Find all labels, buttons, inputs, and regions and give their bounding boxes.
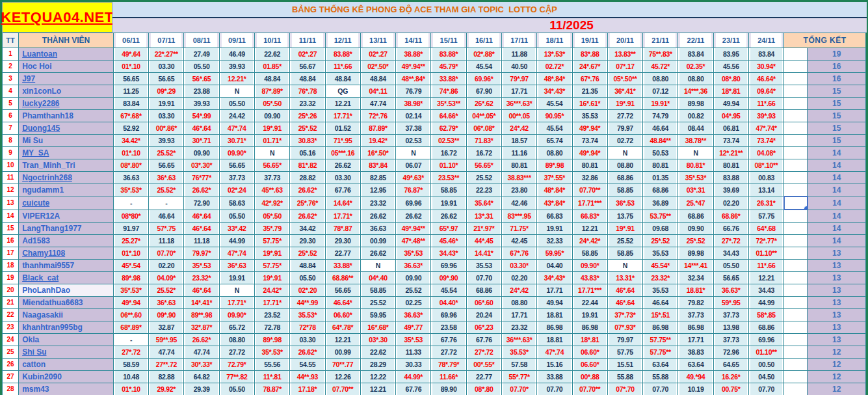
row-number: 25 xyxy=(3,346,19,359)
month-label: 11/2025 xyxy=(549,18,594,33)
score-cell: 12.21 xyxy=(572,223,607,235)
row-number: 11 xyxy=(3,172,19,184)
column-header-date: 22/11 xyxy=(678,33,713,48)
total-cell: 13 xyxy=(808,334,866,346)
score-cell: 36*.63 xyxy=(149,172,184,184)
member-cell: Hoc Hoi xyxy=(19,61,114,73)
score-cell: 01.35 xyxy=(643,172,678,184)
score-cell: 87*.89* xyxy=(255,85,290,98)
score-cell: 89*.98 xyxy=(113,272,148,284)
spacer-cell xyxy=(784,223,808,235)
score-cell: 04.40* xyxy=(431,297,466,309)
selected-cell[interactable] xyxy=(784,197,808,210)
score-cell: 12.21 xyxy=(325,334,360,346)
score-cell: 25.52* xyxy=(149,184,184,197)
score-cell: 35*.79 xyxy=(255,223,290,235)
score-cell: 74.79 xyxy=(643,110,678,122)
score-cell: 16.26* xyxy=(713,371,748,383)
score-cell: 58.85 xyxy=(607,247,642,260)
row-number: 24 xyxy=(3,334,19,346)
spacer-cell xyxy=(784,371,808,383)
score-cell: 09.90* xyxy=(219,309,254,321)
row-number: 20 xyxy=(3,284,19,297)
header-row: TTTHÀNH VIÊN06/1107/1108/1109/1110/1111/… xyxy=(3,33,866,48)
column-header-date: 09/11 xyxy=(219,33,254,48)
score-cell: 46.64 xyxy=(149,210,184,223)
site-logo[interactable]: KETQUA04.NET xyxy=(2,2,112,33)
score-cell: 00.75* xyxy=(713,383,748,395)
total-cell: 14 xyxy=(808,147,866,159)
score-cell: 89*.98 xyxy=(255,334,290,346)
member-link[interactable]: Luantoan xyxy=(22,49,57,59)
score-cell: 15.16 xyxy=(537,359,572,371)
score-cell: - xyxy=(149,197,184,210)
member-link[interactable]: Duong145 xyxy=(22,124,60,133)
member-link[interactable]: lucky2286 xyxy=(22,99,59,108)
column-header-date: 11/11 xyxy=(290,33,325,48)
score-cell: 22.62 xyxy=(360,346,395,359)
score-cell: 07*.17 xyxy=(607,61,642,73)
score-cell: 00*.88 xyxy=(572,371,607,383)
score-cell: 56*.65 xyxy=(184,73,219,85)
member-link[interactable]: Ngoctrinh268 xyxy=(22,173,72,182)
score-cell: 34.43 xyxy=(748,284,783,297)
score-cell: 25.52* xyxy=(149,147,184,159)
column-header-date: 18/11 xyxy=(537,33,572,48)
total-cell: 13 xyxy=(808,284,866,297)
score-cell: 57.75* xyxy=(255,260,290,272)
member-link[interactable]: cuicute xyxy=(22,198,49,208)
score-cell: 13.75 xyxy=(607,210,642,223)
score-cell: 24*.67* xyxy=(572,61,607,73)
score-cell: 24.42 xyxy=(219,110,254,122)
score-cell: 23.53** xyxy=(431,172,466,184)
score-cell: 83.95 xyxy=(713,48,748,61)
score-cell: - xyxy=(113,334,148,346)
member-link[interactable]: MY_SA xyxy=(22,148,49,157)
spacer-cell xyxy=(784,147,808,159)
score-cell: 03*.30 xyxy=(360,334,395,346)
score-cell: 23.32 xyxy=(501,321,536,334)
score-cell: 46.64 xyxy=(643,122,678,135)
score-cell: 13.31* xyxy=(607,272,642,284)
total-cell: 15 xyxy=(808,110,866,122)
score-cell: - xyxy=(113,197,148,210)
row-number: 19 xyxy=(3,272,19,284)
member-cell: ngudamm1 xyxy=(19,184,114,197)
score-cell: 24*.42 xyxy=(501,284,536,297)
member-name: Kubin2090 xyxy=(22,372,62,381)
row-number: 5 xyxy=(3,98,19,110)
row-number: 16 xyxy=(3,235,19,247)
member-cell: LangThang1977 xyxy=(19,223,114,235)
score-cell: 07.70* xyxy=(501,383,536,395)
score-cell: 19*.91 xyxy=(607,98,642,110)
score-cell: 24.42* xyxy=(255,284,290,297)
score-cell: 04.09* xyxy=(149,272,184,284)
row-number: 15 xyxy=(3,223,19,235)
score-cell: 54*.99 xyxy=(184,110,219,122)
score-cell: 05.50 xyxy=(219,210,254,223)
score-cell: 07.70** xyxy=(572,383,607,395)
score-cell: 12.21 xyxy=(748,272,783,284)
score-cell: 73.74 xyxy=(713,135,748,147)
score-cell: N xyxy=(396,147,431,159)
score-cell: 49*.94* xyxy=(572,147,607,159)
member-cell: Kubin2090 xyxy=(19,371,114,383)
member-link[interactable]: Chamy1108 xyxy=(22,249,65,258)
member-link[interactable]: J97 xyxy=(22,74,35,83)
score-cell: 76.79 xyxy=(396,85,431,98)
score-cell: N xyxy=(360,260,395,272)
score-cell: 23.88 xyxy=(184,85,219,98)
score-cell: 33*.42 xyxy=(219,223,254,235)
score-cell: QG xyxy=(325,85,360,98)
score-cell: 79.97 xyxy=(607,334,642,346)
score-cell: 67.90 xyxy=(466,85,501,98)
score-cell: 18.81* xyxy=(678,284,713,297)
score-cell: 26.62 xyxy=(431,210,466,223)
score-cell: 02*.88* xyxy=(466,48,501,61)
member-name: Miendathua6683 xyxy=(22,298,83,307)
member-link[interactable]: Black_cat xyxy=(22,273,59,282)
score-cell: 07.70* xyxy=(149,247,184,260)
score-cell: 37.73 xyxy=(219,172,254,184)
member-link[interactable]: Shi Su xyxy=(22,347,46,357)
score-cell: 55.56 xyxy=(255,359,290,371)
